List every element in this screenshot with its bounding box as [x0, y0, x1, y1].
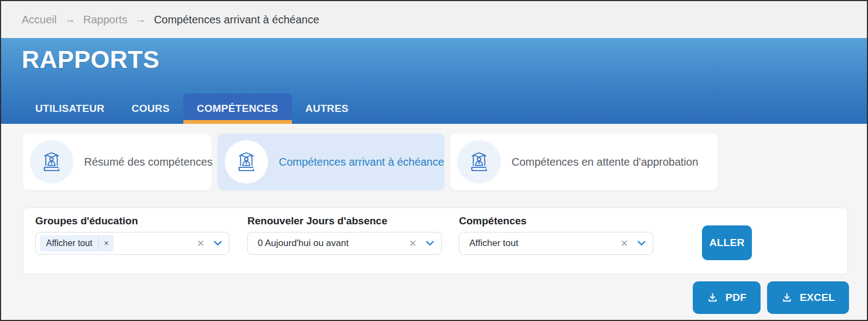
breadcrumb: Accueil → Rapports → Compétences arrivan…: [1, 1, 867, 38]
tab-cours[interactable]: COURS: [118, 93, 183, 124]
renouveler-jours-select[interactable]: 0 Aujourd'hui ou avant ✕: [247, 232, 442, 255]
card-label: Résumé des compétences: [84, 156, 213, 168]
breadcrumb-arrow-icon: →: [65, 14, 75, 26]
graduate-scroll-icon: [457, 140, 501, 184]
download-icon: [781, 292, 793, 304]
select-controls: ✕: [197, 238, 222, 249]
card-resume-des-competences[interactable]: Résumé des compétences: [23, 134, 212, 190]
app-window: Accueil → Rapports → Compétences arrivan…: [0, 0, 868, 321]
graduate-scroll-icon: [225, 140, 268, 184]
selected-value: 0 Aujourd'hui ou avant: [252, 238, 349, 249]
select-controls: ✕: [621, 238, 646, 249]
tag-remove-icon[interactable]: ✕: [98, 236, 114, 250]
chevron-down-icon[interactable]: [637, 241, 646, 246]
export-buttons-row: PDF EXCEL: [693, 281, 849, 314]
filter-competences: Compétences Afficher tout ✕: [459, 215, 653, 255]
tab-competences[interactable]: COMPÉTENCES: [183, 93, 292, 124]
filter-label: Renouveler Jours d'absence: [247, 215, 442, 227]
select-controls: ✕: [409, 238, 434, 249]
card-competences-en-attente-approbation[interactable]: Compétences en attente d'approbation: [450, 134, 718, 190]
competences-select[interactable]: Afficher tout ✕: [459, 232, 653, 255]
download-icon: [707, 292, 718, 304]
selected-value: Afficher tout: [464, 238, 518, 249]
download-excel-button[interactable]: EXCEL: [767, 281, 849, 314]
page-header: RAPPORTS UTILISATEUR COURS COMPÉTENCES A…: [1, 38, 867, 124]
graduate-scroll-icon: [30, 140, 73, 184]
groupes-education-select[interactable]: Afficher tout ✕ ✕: [35, 232, 229, 255]
report-cards-row: Résumé des compétences: [23, 134, 718, 190]
card-label: Compétences arrivant à échéance: [279, 156, 444, 168]
download-pdf-button[interactable]: PDF: [693, 281, 761, 314]
breadcrumb-item-accueil[interactable]: Accueil: [22, 14, 56, 26]
filter-label: Compétences: [459, 215, 653, 227]
breadcrumb-arrow-icon: →: [136, 14, 146, 26]
breadcrumb-current-page: Compétences arrivant à échéance: [154, 14, 320, 26]
chevron-down-icon[interactable]: [426, 241, 434, 246]
filter-label: Groupes d'éducation: [35, 215, 229, 227]
tab-utilisateur[interactable]: UTILISATEUR: [22, 93, 118, 124]
chevron-down-icon[interactable]: [214, 241, 222, 246]
card-label: Compétences en attente d'approbation: [512, 156, 698, 168]
selected-value-tag: Afficher tout ✕: [40, 235, 114, 251]
filter-renouveler-jours-absence: Renouveler Jours d'absence 0 Aujourd'hui…: [247, 215, 442, 255]
tab-autres[interactable]: AUTRES: [292, 93, 362, 124]
filter-panel: Groupes d'éducation Afficher tout ✕ ✕: [23, 207, 848, 274]
excel-button-label: EXCEL: [800, 292, 835, 304]
pdf-button-label: PDF: [725, 292, 746, 304]
card-competences-arrivant-a-echeance[interactable]: Compétences arrivant à échéance: [218, 134, 444, 190]
clear-icon[interactable]: ✕: [621, 238, 628, 249]
filter-groupes-education: Groupes d'éducation Afficher tout ✕ ✕: [35, 215, 229, 255]
breadcrumb-item-rapports[interactable]: Rapports: [83, 14, 127, 26]
clear-icon[interactable]: ✕: [197, 238, 205, 249]
go-button[interactable]: ALLER: [702, 225, 752, 260]
page-title: RAPPORTS: [22, 46, 159, 74]
tab-bar: UTILISATEUR COURS COMPÉTENCES AUTRES: [22, 93, 362, 124]
tag-label: Afficher tout: [40, 235, 98, 251]
main-content: Résumé des compétences: [1, 124, 867, 319]
clear-icon[interactable]: ✕: [409, 238, 417, 249]
